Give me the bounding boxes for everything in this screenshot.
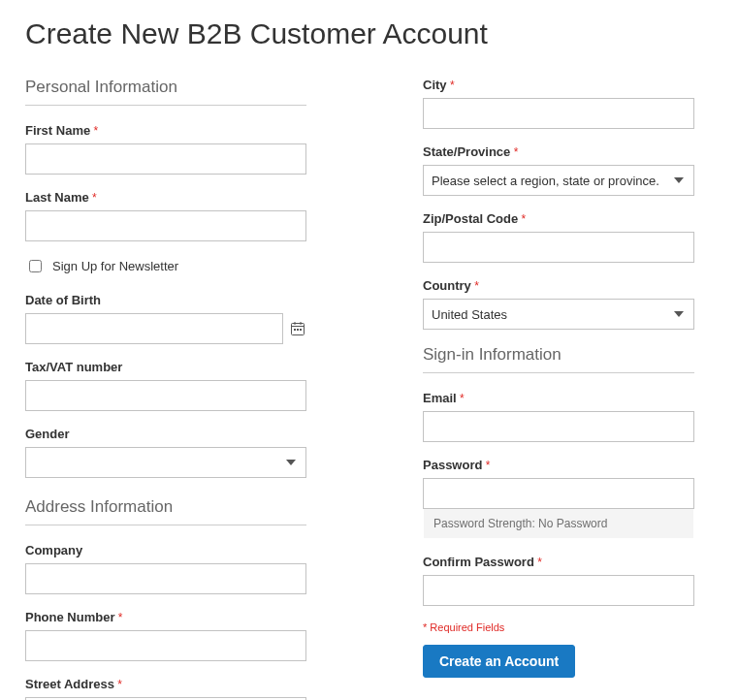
svg-rect-5 [297, 329, 299, 331]
label-taxvat: Tax/VAT number [25, 360, 306, 374]
gender-select[interactable] [25, 447, 306, 478]
label-region: State/Province [423, 144, 694, 159]
confirm-password-input[interactable] [423, 575, 694, 606]
label-password: Password [423, 458, 694, 472]
field-gender: Gender [25, 427, 306, 478]
section-personal-legend: Personal Information [25, 78, 306, 106]
field-phone: Phone Number [25, 610, 306, 661]
page-title: Create New B2B Customer Account [25, 17, 713, 50]
field-company: Company [25, 543, 306, 594]
newsletter-row: Sign Up for Newsletter [25, 257, 306, 275]
required-fields-note: * Required Fields [423, 621, 694, 633]
label-email: Email [423, 391, 694, 405]
label-country: Country [423, 278, 694, 293]
svg-rect-4 [294, 329, 296, 331]
taxvat-input[interactable] [25, 380, 306, 411]
city-input[interactable] [423, 98, 694, 129]
email-input[interactable] [423, 411, 694, 442]
field-dob: Date of Birth [25, 293, 306, 344]
password-input[interactable] [423, 478, 694, 509]
field-confirm-password: Confirm Password [423, 555, 694, 606]
field-email: Email [423, 391, 694, 442]
calendar-icon[interactable] [289, 320, 306, 337]
label-city: City [423, 78, 694, 92]
create-account-button[interactable]: Create an Account [423, 645, 575, 678]
label-phone: Phone Number [25, 610, 306, 624]
zip-input[interactable] [423, 232, 694, 263]
first-name-input[interactable] [25, 143, 306, 175]
label-last-name: Last Name [25, 190, 306, 205]
newsletter-checkbox[interactable] [29, 260, 42, 272]
dob-input[interactable] [25, 313, 283, 344]
label-zip: Zip/Postal Code [423, 211, 694, 226]
label-dob: Date of Birth [25, 293, 306, 307]
label-street: Street Address [25, 677, 306, 691]
field-country: Country United States [423, 278, 694, 330]
label-gender: Gender [25, 427, 306, 441]
company-input[interactable] [25, 563, 306, 594]
field-taxvat: Tax/VAT number [25, 360, 306, 411]
field-region: State/Province Please select a region, s… [423, 144, 694, 196]
password-strength-meter: Password Strength: No Password [423, 508, 694, 539]
section-address-legend: Address Information [25, 497, 306, 525]
field-city: City [423, 78, 694, 129]
last-name-input[interactable] [25, 210, 306, 241]
phone-input[interactable] [25, 630, 306, 661]
field-password: Password Password Strength: No Password [423, 458, 694, 539]
field-last-name: Last Name [25, 190, 306, 241]
field-street: Street Address [25, 677, 306, 700]
password-strength-value: No Password [538, 517, 607, 530]
label-company: Company [25, 543, 306, 557]
password-strength-prefix: Password Strength: [433, 517, 535, 530]
field-first-name: First Name [25, 123, 306, 175]
region-select[interactable]: Please select a region, state or provinc… [423, 165, 694, 196]
label-confirm-password: Confirm Password [423, 555, 694, 569]
newsletter-label: Sign Up for Newsletter [52, 259, 178, 273]
section-signin-legend: Sign-in Information [423, 345, 694, 373]
field-zip: Zip/Postal Code [423, 211, 694, 263]
country-select[interactable]: United States [423, 299, 694, 330]
svg-rect-6 [300, 329, 302, 331]
label-first-name: First Name [25, 123, 306, 138]
